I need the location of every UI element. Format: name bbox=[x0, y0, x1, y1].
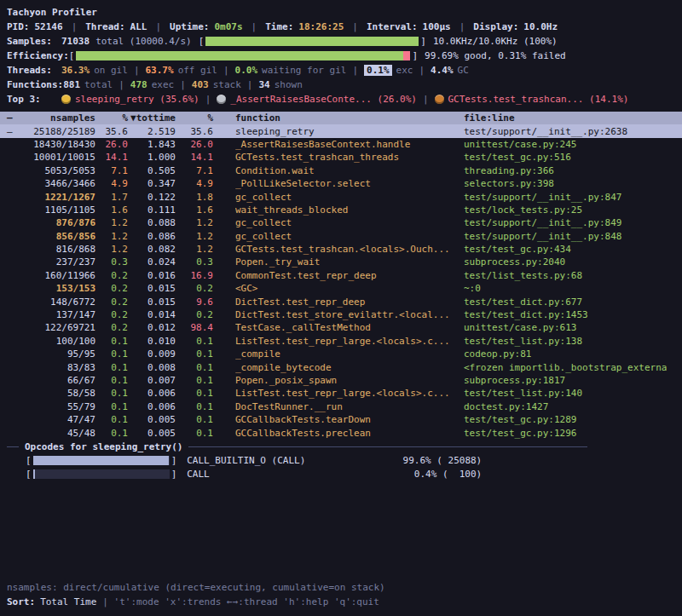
cell-pct-cum: 0.1 bbox=[176, 375, 213, 386]
threads-desc-waiting-for-gil: waiting for gil bbox=[262, 65, 346, 76]
cell-file-line: unittest/case.py:245 bbox=[464, 139, 675, 150]
cell-pct-cum: 4.9 bbox=[176, 178, 213, 189]
table-row[interactable]: 1221/12671.70.1221.8gc_collecttest/suppo… bbox=[0, 190, 682, 203]
column-header-nsamples[interactable]: nsamples bbox=[20, 112, 95, 124]
cell-pct-direct: 26.0 bbox=[95, 139, 128, 150]
cell-nsamples: 10001/10015 bbox=[20, 152, 95, 163]
cell-function: CommonTest.test_repr_deep bbox=[235, 270, 457, 281]
cell-function: _compile_bytecode bbox=[235, 362, 457, 373]
table-row[interactable]: 148/67720.20.0159.6DictTest.test_repr_de… bbox=[0, 295, 682, 308]
footer-sort: Sort: Total Time | 't':mode 'x':trends ←… bbox=[0, 595, 682, 609]
table-row[interactable]: 83/830.10.0080.1_compile_bytecode<frozen… bbox=[0, 360, 682, 373]
table-row[interactable]: 5053/50537.10.5057.1Condition.waitthread… bbox=[0, 164, 682, 177]
cell-pct-direct: 1.6 bbox=[95, 204, 128, 216]
table-row[interactable]: 47/470.10.0050.1GCCallbackTests.tearDown… bbox=[0, 413, 682, 426]
cell-file-line: test/support/__init__.py:2638 bbox=[464, 126, 675, 137]
functions-desc-exec: exec bbox=[152, 79, 175, 90]
functions-desc-stack: stack bbox=[213, 79, 241, 90]
cell-function: ListTest.test_repr_large.<locals>.c... bbox=[235, 336, 457, 347]
table-row[interactable]: 816/8681.20.0821.2GCTests.test_trashcan.… bbox=[0, 243, 682, 256]
opcode-list: CALL_BUILTIN_O (CALL)99.6% ( 25088)CALL0… bbox=[0, 454, 682, 481]
separator: | bbox=[459, 21, 465, 32]
table-row[interactable]: —25188/2518935.62.51935.6sleeping_retryt… bbox=[0, 124, 682, 137]
table-row[interactable]: 237/2370.30.0240.3Popen._try_waitsubproc… bbox=[0, 256, 682, 268]
cell-pct-direct: 1.7 bbox=[95, 192, 128, 203]
cell-file-line: test/test_gc.py:434 bbox=[464, 244, 675, 255]
stat-label-display: Display: bbox=[473, 21, 518, 32]
table-row[interactable]: 153/1530.20.0150.2<GC>~:0 bbox=[0, 282, 682, 295]
divider-line-left bbox=[7, 446, 19, 447]
cell-nsamples: 83/83 bbox=[20, 362, 95, 373]
cell-function: sleeping_retry bbox=[235, 126, 457, 137]
bronze-medal-icon bbox=[435, 95, 444, 104]
cell-nsamples: 237/237 bbox=[20, 256, 95, 268]
samples-line: Samples: 71038 total (10000.4/s) 10.0KHz… bbox=[0, 34, 682, 49]
cell-tottime: 0.009 bbox=[128, 348, 176, 360]
table-row[interactable]: 122/697210.20.01298.4TestCase._callTestM… bbox=[0, 321, 682, 334]
cell-pct-direct: 0.2 bbox=[95, 296, 128, 308]
table-row[interactable]: 18430/1843026.01.84326.0_AssertRaisesBas… bbox=[0, 138, 682, 151]
cell-tottime: 0.082 bbox=[128, 244, 176, 255]
opcode-bar-fill bbox=[33, 469, 35, 479]
cell-function: <GC> bbox=[235, 283, 457, 294]
column-header-pct-direct[interactable]: % bbox=[95, 112, 128, 124]
cell-tottime: 0.007 bbox=[128, 375, 176, 386]
column-header-pct-cum[interactable]: % bbox=[176, 112, 213, 124]
cell-file-line: test/test_gc.py:516 bbox=[464, 152, 675, 163]
column-header-tottime[interactable]: ▼tottime bbox=[128, 112, 176, 124]
table-row[interactable]: 66/670.10.0070.1Popen._posix_spawnsubpro… bbox=[0, 374, 682, 387]
cell-pct-cum: 16.9 bbox=[176, 270, 213, 281]
cell-pct-direct: 4.9 bbox=[95, 178, 128, 189]
table-row[interactable]: 10001/1001514.11.00014.1GCTests.test_tra… bbox=[0, 151, 682, 164]
cell-pct-cum: 0.2 bbox=[176, 283, 213, 294]
cell-pct-cum: 1.8 bbox=[176, 192, 213, 203]
stat-value-display: 10.0Hz bbox=[523, 21, 558, 32]
cell-pct-direct: 1.2 bbox=[95, 217, 128, 228]
cell-tottime: 0.008 bbox=[128, 362, 176, 373]
table-row[interactable]: 95/950.10.0090.1_compilecodeop.py:81 bbox=[0, 348, 682, 360]
table-row[interactable]: 856/8561.20.0861.2gc_collecttest/support… bbox=[0, 230, 682, 243]
functions-value-exec: 478 bbox=[130, 79, 147, 90]
cell-pct-cum: 0.1 bbox=[176, 348, 213, 360]
table-row[interactable]: 876/8761.20.0881.2gc_collecttest/support… bbox=[0, 216, 682, 229]
table-row[interactable]: 1105/11051.60.1111.6wait_threads_blocked… bbox=[0, 204, 682, 216]
table-row[interactable]: 137/1470.20.0140.2DictTest.test_store_ev… bbox=[0, 308, 682, 321]
separator: | bbox=[423, 94, 429, 105]
separator: | bbox=[180, 79, 186, 90]
stats-table: —nsamples%▼tottime%functionfile:line—251… bbox=[0, 112, 682, 440]
cell-pct-direct: 0.2 bbox=[95, 322, 128, 333]
cell-function: GCCallbackTests.tearDown bbox=[235, 414, 457, 425]
table-row[interactable]: 100/1000.10.0100.1ListTest.test_repr_lar… bbox=[0, 335, 682, 348]
table-row[interactable]: 55/790.10.0060.1DocTestRunner.__rundocte… bbox=[0, 400, 682, 413]
cell-file-line: ~:0 bbox=[464, 283, 675, 294]
efficiency-bar bbox=[69, 50, 418, 61]
cell-nsamples: 153/153 bbox=[20, 283, 95, 294]
opcode-name: CALL_BUILTIN_O (CALL) bbox=[187, 455, 354, 466]
opcode-row: CALL_BUILTIN_O (CALL)99.6% ( 25088) bbox=[0, 454, 682, 468]
table-row[interactable]: 3466/34664.90.3474.9_PollLikeSelector.se… bbox=[0, 177, 682, 190]
separator: | bbox=[247, 79, 253, 90]
column-header-function[interactable]: function bbox=[235, 112, 457, 124]
separator: | bbox=[118, 79, 124, 90]
table-row[interactable]: 58/580.10.0060.1ListTest.test_repr_large… bbox=[0, 387, 682, 400]
separator: | bbox=[205, 94, 211, 105]
stat-label-pid: PID: bbox=[7, 21, 30, 32]
top3-line: Top 3: sleeping_retry (35.6%)|_AssertRai… bbox=[0, 92, 682, 107]
cell-function: DocTestRunner.__run bbox=[235, 401, 457, 412]
cell-nsamples: 58/58 bbox=[20, 388, 95, 399]
cell-pct-direct: 0.1 bbox=[95, 428, 128, 439]
cell-function: _compile bbox=[235, 348, 457, 360]
column-header-file-line[interactable]: file:line bbox=[464, 112, 675, 124]
separator: | bbox=[419, 65, 425, 76]
cell-file-line: selectors.py:398 bbox=[464, 178, 675, 189]
status-line: PID:52146|Thread:ALL|Uptime:0m07s|Time:1… bbox=[0, 20, 682, 34]
table-header-row: —nsamples%▼tottime%functionfile:line bbox=[0, 112, 682, 124]
cell-nsamples: 137/147 bbox=[20, 309, 95, 320]
opcode-stat: 99.6% ( 25088) bbox=[354, 455, 482, 466]
profiler-screen: Tachyon Profiler PID:52146|Thread:ALL|Up… bbox=[0, 0, 682, 616]
cell-tottime: 0.122 bbox=[128, 192, 176, 203]
table-row[interactable]: 45/480.10.0050.1GCCallbackTests.preclean… bbox=[0, 426, 682, 439]
table-row[interactable]: 160/119660.20.01616.9CommonTest.test_rep… bbox=[0, 269, 682, 282]
separator: | bbox=[72, 21, 78, 32]
cell-pct-direct: 0.1 bbox=[95, 362, 128, 373]
